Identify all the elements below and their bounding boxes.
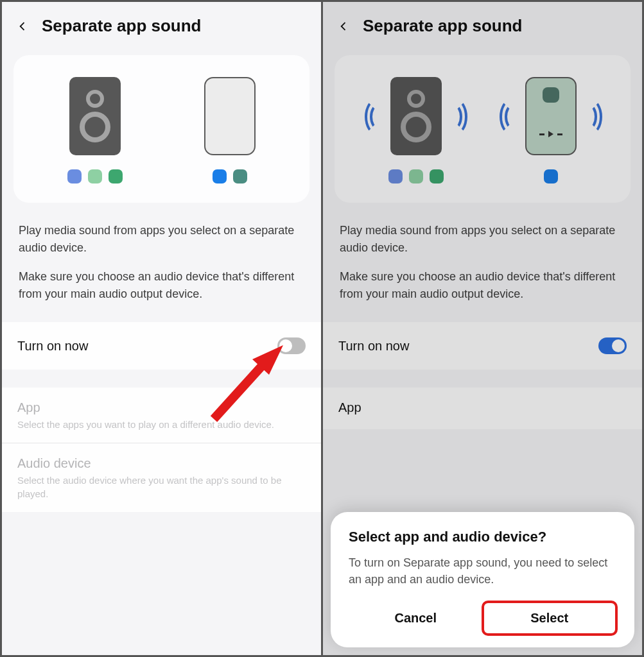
- turn-on-now-row[interactable]: Turn on now: [2, 322, 321, 370]
- setting-app[interactable]: App: [323, 388, 642, 429]
- phone-icon: [204, 77, 256, 155]
- panel-left: Separate app sound Play media sound from…: [2, 2, 321, 655]
- header: Separate app sound: [323, 2, 642, 47]
- page-title: Separate app sound: [363, 16, 523, 36]
- settings-list: App Select the apps you want to play on …: [2, 388, 321, 512]
- settings-list: App: [323, 388, 642, 429]
- turn-on-now-row[interactable]: Turn on now: [323, 322, 642, 370]
- phone-icon: [525, 77, 577, 155]
- select-app-dialog: Select app and audio device? To turn on …: [331, 512, 634, 647]
- illustration-card: [13, 55, 309, 203]
- app-dots-speaker: [67, 169, 123, 183]
- back-button[interactable]: [16, 20, 29, 33]
- description-line-2: Make sure you choose an audio device tha…: [19, 268, 304, 303]
- turn-on-now-toggle[interactable]: [598, 337, 627, 354]
- phone-illustration: [204, 77, 256, 183]
- description-line-2: Make sure you choose an audio device tha…: [340, 268, 625, 303]
- page-title: Separate app sound: [42, 16, 202, 36]
- speaker-icon: [69, 77, 121, 155]
- cancel-button[interactable]: Cancel: [349, 602, 483, 635]
- app-dots-phone: [213, 169, 247, 183]
- setting-app: App Select the apps you want to play on …: [2, 388, 321, 443]
- description-block: Play media sound from apps you select on…: [323, 205, 642, 311]
- speaker-illustration: [67, 77, 123, 183]
- illustration-card: [335, 55, 631, 203]
- description-line-1: Play media sound from apps you select on…: [340, 222, 625, 257]
- speaker-illustration: [388, 77, 444, 183]
- dialog-actions: Cancel Select: [349, 602, 616, 635]
- back-button[interactable]: [337, 20, 350, 33]
- toggle-label: Turn on now: [17, 339, 88, 354]
- app-dots-phone: [544, 169, 558, 183]
- dialog-body: To turn on Separate app sound, you need …: [349, 554, 616, 588]
- toggle-label: Turn on now: [338, 339, 409, 354]
- panel-right: Separate app sound: [323, 2, 642, 655]
- description-block: Play media sound from apps you select on…: [2, 205, 321, 311]
- dialog-title: Select app and audio device?: [349, 529, 616, 545]
- speaker-icon: [390, 77, 442, 155]
- description-line-1: Play media sound from apps you select on…: [19, 222, 304, 257]
- turn-on-now-toggle[interactable]: [277, 337, 306, 354]
- setting-audio-device: Audio device Select the audio device whe…: [2, 443, 321, 512]
- select-button[interactable]: Select: [483, 602, 617, 635]
- phone-illustration: [525, 77, 577, 183]
- header: Separate app sound: [2, 2, 321, 47]
- app-dots-speaker: [388, 169, 444, 183]
